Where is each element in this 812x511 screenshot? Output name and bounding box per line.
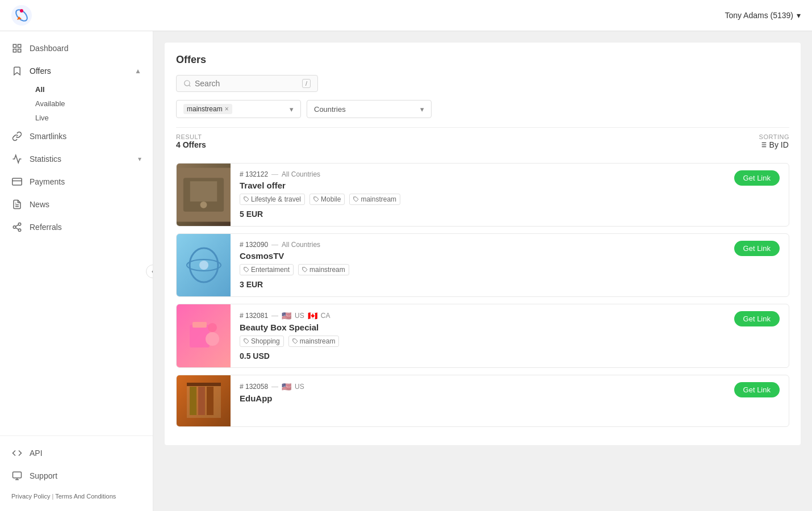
sidebar-item-label: Dashboard bbox=[30, 44, 141, 53]
search-input[interactable] bbox=[195, 79, 302, 88]
svg-point-14 bbox=[18, 229, 21, 232]
offer-tags: Lifestyle & travel Mobile mainstream bbox=[240, 194, 716, 205]
tag-icon bbox=[302, 267, 308, 273]
sidebar-item-api[interactable]: API bbox=[0, 442, 153, 464]
privacy-policy-link[interactable]: Privacy Policy bbox=[11, 493, 50, 500]
results-bar: RESULT 4 Offers SORTING By ID bbox=[176, 127, 789, 155]
offer-tag: Lifestyle & travel bbox=[240, 194, 305, 205]
svg-line-21 bbox=[189, 85, 191, 87]
tag-filter-dropdown[interactable]: mainstream × ▾ bbox=[176, 100, 301, 118]
search-bar[interactable]: / bbox=[176, 75, 318, 92]
offer-title: Travel offer bbox=[240, 181, 716, 190]
offer-tag: Mobile bbox=[309, 194, 345, 205]
results-count: 4 Offers bbox=[176, 140, 206, 149]
get-link-button[interactable]: Get Link bbox=[734, 241, 780, 256]
svg-line-16 bbox=[15, 225, 18, 227]
sidebar-item-label: Offers bbox=[30, 66, 128, 76]
sidebar-item-offers-all[interactable]: All bbox=[30, 82, 153, 97]
offer-image-3 bbox=[177, 304, 231, 367]
offer-price: 3 EUR bbox=[240, 280, 716, 289]
sidebar-item-label: API bbox=[30, 449, 141, 458]
sidebar-item-offers-available[interactable]: Available bbox=[30, 97, 153, 111]
offer-image-4 bbox=[177, 375, 231, 426]
tag-icon bbox=[313, 196, 319, 202]
svg-line-15 bbox=[15, 228, 18, 229]
support-icon bbox=[11, 470, 23, 481]
sidebar-nav: Dashboard Offers ▲ All Available Live bbox=[0, 31, 153, 435]
offer-card: # 132122 — All Countries Travel offer Li… bbox=[176, 163, 789, 227]
filters: mainstream × ▾ Countries ▾ bbox=[176, 100, 789, 118]
country-code-ca: CA bbox=[321, 312, 330, 320]
svg-point-2 bbox=[20, 9, 23, 12]
search-icon bbox=[183, 79, 191, 87]
svg-rect-30 bbox=[190, 181, 217, 202]
app-logo[interactable] bbox=[11, 5, 32, 26]
sidebar: Dashboard Offers ▲ All Available Live bbox=[0, 31, 153, 511]
news-icon bbox=[11, 199, 23, 210]
topbar: Tony Adams (5139) ▾ bbox=[0, 0, 812, 31]
offer-card: # 132058 — 🇺🇸 US EduApp Get Link bbox=[176, 375, 789, 427]
sorting-by-label: By ID bbox=[769, 140, 789, 149]
sidebar-item-statistics[interactable]: Statistics ▾ bbox=[0, 148, 153, 170]
svg-rect-7 bbox=[18, 49, 21, 52]
countries-filter-dropdown[interactable]: Countries ▾ bbox=[307, 100, 432, 118]
svg-point-13 bbox=[13, 226, 16, 229]
logo-icon bbox=[11, 5, 32, 26]
tag-icon bbox=[292, 338, 298, 344]
offer-id: # 132058 bbox=[240, 383, 268, 391]
user-label: Tony Adams (5139) bbox=[725, 11, 793, 20]
offer-meta: # 132081 — 🇺🇸 US 🇨🇦 CA bbox=[240, 311, 716, 320]
sidebar-bottom: API Support Privacy Policy | Terms And C… bbox=[0, 435, 153, 511]
activity-icon bbox=[11, 153, 23, 165]
country-code-us: US bbox=[295, 383, 304, 391]
offer-action: Get Link bbox=[725, 164, 789, 226]
svg-rect-49 bbox=[207, 387, 214, 415]
get-link-button[interactable]: Get Link bbox=[734, 382, 780, 397]
offer-id: # 132122 bbox=[240, 170, 268, 178]
offer-countries: All Countries bbox=[282, 241, 320, 249]
offer-countries: All Countries bbox=[282, 170, 320, 178]
offer-title: CosmosTV bbox=[240, 251, 716, 261]
svg-point-0 bbox=[11, 5, 32, 26]
sidebar-item-smartlinks[interactable]: Smartlinks bbox=[0, 125, 153, 148]
offer-meta: # 132058 — 🇺🇸 US bbox=[240, 382, 716, 391]
sidebar-item-referrals[interactable]: Referrals bbox=[0, 216, 153, 238]
tag-icon bbox=[244, 338, 249, 344]
beauty-placeholder bbox=[181, 313, 227, 359]
terms-link[interactable]: Terms And Conditions bbox=[55, 493, 116, 500]
sidebar-item-label: Statistics bbox=[30, 154, 131, 164]
offer-image-2 bbox=[177, 234, 231, 296]
sidebar-item-dashboard[interactable]: Dashboard bbox=[0, 37, 153, 60]
get-link-button[interactable]: Get Link bbox=[734, 170, 780, 186]
offer-card: # 132081 — 🇺🇸 US 🇨🇦 CA Beauty Box Specia… bbox=[176, 304, 789, 368]
offer-id: # 132081 bbox=[240, 312, 268, 320]
sidebar-item-offers[interactable]: Offers ▲ bbox=[0, 60, 153, 82]
remove-tag-button[interactable]: × bbox=[225, 105, 229, 113]
tag-icon bbox=[244, 267, 249, 273]
page-title: Offers bbox=[176, 54, 789, 66]
sidebar-item-support[interactable]: Support bbox=[0, 464, 153, 487]
sorting-label: SORTING bbox=[759, 133, 789, 140]
offer-id: # 132090 bbox=[240, 241, 268, 249]
svg-point-20 bbox=[185, 81, 190, 86]
svg-rect-4 bbox=[13, 44, 16, 47]
offer-image-1 bbox=[177, 164, 231, 226]
offer-image-placeholder-icon bbox=[177, 164, 231, 226]
sorting-value[interactable]: By ID bbox=[759, 140, 789, 149]
user-menu[interactable]: Tony Adams (5139) ▾ bbox=[725, 11, 801, 20]
offer-tag: Shopping bbox=[240, 336, 284, 347]
svg-rect-8 bbox=[12, 178, 22, 185]
offer-body: # 132081 — 🇺🇸 US 🇨🇦 CA Beauty Box Specia… bbox=[231, 304, 725, 367]
offer-meta: # 132122 — All Countries bbox=[240, 170, 716, 178]
sidebar-item-news[interactable]: News bbox=[0, 193, 153, 216]
sidebar-item-payments[interactable]: Payments bbox=[0, 170, 153, 193]
offer-title: EduApp bbox=[240, 393, 716, 403]
svg-rect-17 bbox=[13, 472, 22, 478]
get-link-button[interactable]: Get Link bbox=[734, 311, 780, 326]
main-content: Offers / mainstream × ▾ Countries ▾ bbox=[153, 31, 812, 511]
sidebar-item-offers-live[interactable]: Live bbox=[30, 111, 153, 125]
sidebar-item-label: Support bbox=[30, 471, 141, 480]
country-code-us: US bbox=[295, 312, 304, 320]
sidebar-item-label: Referrals bbox=[30, 223, 141, 232]
offer-meta: # 132090 — All Countries bbox=[240, 241, 716, 249]
